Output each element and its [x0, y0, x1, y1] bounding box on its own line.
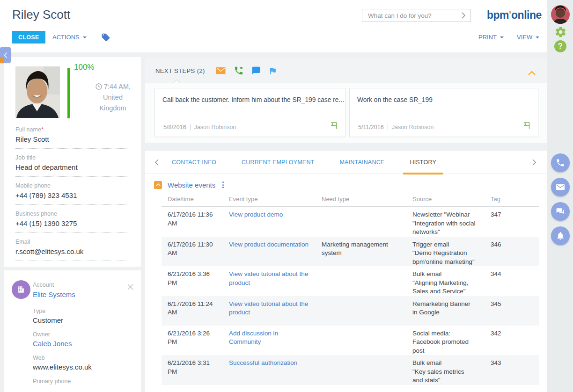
cell-event-type-link[interactable]: Successful authorization [229, 359, 322, 385]
cell-tag: 342 [491, 329, 539, 356]
tab[interactable]: MAINTAINANCE [333, 151, 391, 174]
website-events-table: Date/time Event type Need type Source Ta… [162, 196, 539, 385]
table-row[interactable]: 6/21/2016 3:26 PM Add discussion in Comm… [162, 326, 539, 356]
field-value[interactable]: Head of department [15, 163, 129, 177]
field-label: Owner [33, 331, 92, 338]
field-label: Web [33, 355, 92, 361]
column-header[interactable]: Event type [229, 196, 322, 203]
table-row[interactable]: 6/17/2016 11:24 AM View video tutorial a… [162, 296, 539, 326]
cell-datetime: 6/21/2016 3:31 PM [162, 359, 229, 385]
print-button[interactable]: PRINT [478, 31, 504, 44]
tag-icon[interactable] [101, 33, 110, 44]
chevron-down-icon [536, 36, 539, 38]
collapse-next-steps-icon[interactable] [528, 69, 536, 77]
next-steps-title: NEXT STEPS (2) [155, 67, 205, 74]
field-value[interactable]: Customer [33, 316, 92, 325]
tab[interactable]: CURRENT EMPLOYMENT [235, 151, 321, 174]
account-field: Owner Caleb Jones [33, 331, 92, 348]
field-value[interactable]: r.scott@elitesys.co.uk [15, 247, 129, 261]
account-field: Web www.elitesys.co.uk [33, 355, 92, 371]
settings-gear-icon[interactable] [554, 26, 567, 38]
cell-event-type-link[interactable]: Add discussion in Community [229, 329, 322, 356]
field-value[interactable]: Riley Scott [15, 135, 129, 149]
field-value[interactable]: +44 (789) 323 4531 [15, 191, 129, 205]
column-header[interactable]: Source [412, 196, 491, 203]
account-fields: Type Customer Owner Caleb Jones Web www.… [33, 308, 92, 392]
field-value[interactable]: Caleb Jones [33, 340, 92, 348]
email-panel-icon[interactable] [551, 178, 570, 196]
website-events-title[interactable]: Website events [168, 181, 215, 189]
tabs-scroll-right-icon[interactable] [532, 159, 536, 166]
chevron-down-icon [83, 36, 87, 38]
next-step-card[interactable]: Work on the case SR_199 5/11/2016 Jason … [349, 88, 538, 137]
website-events-menu-icon[interactable] [222, 181, 224, 188]
cell-event-type-link[interactable]: View product demo [229, 211, 322, 237]
chevron-down-icon [500, 36, 504, 38]
table-row[interactable]: 6/21/2016 3:31 PM Successful authorizati… [162, 355, 539, 385]
table-row[interactable]: 6/17/2016 11:36 AM View product demo New… [162, 207, 539, 237]
add-task-flag-icon[interactable] [268, 66, 277, 75]
next-steps-header: NEXT STEPS (2) [145, 58, 547, 83]
actions-button[interactable]: ACTIONS [52, 31, 87, 44]
collapse-website-events-icon[interactable] [154, 181, 162, 189]
tabs-scroll-left-icon[interactable] [154, 159, 159, 166]
add-chat-icon[interactable] [251, 66, 261, 75]
cell-event-type-link[interactable]: View video tutorial about the product [229, 270, 322, 296]
field-label: Job title [15, 154, 36, 161]
tab[interactable]: CONTACT INFO [165, 151, 223, 174]
table-body: 6/17/2016 11:36 AM View product demo New… [162, 207, 539, 385]
required-mark: * [41, 126, 44, 133]
field-value[interactable] [33, 386, 92, 392]
column-header[interactable]: Need type [322, 196, 412, 203]
cell-need-type [322, 270, 412, 296]
account-field: Primary phone [33, 378, 92, 392]
next-step-owner: Jason Robinson [392, 124, 434, 131]
page-title: Riley Scott [12, 7, 70, 22]
search-go-icon[interactable] [456, 12, 470, 19]
contact-profile-card: 100% 7:44 AM, United Kingdom Full name* … [4, 57, 141, 267]
contact-field: Mobile phone* +44 (789) 323 4531 [15, 182, 129, 205]
cell-event-type-link[interactable]: View video tutorial about the product [229, 300, 322, 326]
column-header[interactable]: Tag [491, 196, 539, 203]
cell-tag: 346 [491, 240, 539, 267]
view-button[interactable]: VIEW [517, 31, 539, 44]
cell-tag: 347 [491, 211, 539, 237]
cell-tag: 345 [491, 300, 539, 326]
table-row[interactable]: 6/21/2016 3:36 PM View video tutorial ab… [162, 266, 539, 296]
account-name-link[interactable]: Elite Systems [33, 290, 75, 298]
contact-field: Job title* Head of department [15, 154, 129, 177]
add-email-icon[interactable] [215, 66, 226, 75]
search-placeholder: What can I do for you? [362, 12, 456, 19]
close-button[interactable]: CLOSE [12, 31, 45, 44]
table-row[interactable]: 6/17/2016 11:30 AM View product document… [162, 237, 539, 267]
next-step-card[interactable]: Call back the customer. Inform him about… [154, 88, 345, 137]
phone-panel-icon[interactable] [551, 153, 570, 172]
user-avatar[interactable] [551, 5, 570, 24]
contact-field: Email* r.scott@elitesys.co.uk [15, 239, 129, 261]
cell-source: Trigger email "Demo Registration bpm'onl… [412, 240, 491, 267]
notifications-panel-icon[interactable] [551, 226, 570, 245]
cell-event-type-link[interactable]: View product documentation [229, 240, 322, 267]
flag-icon[interactable] [330, 122, 338, 131]
cell-tag: 343 [491, 359, 539, 385]
tab[interactable]: HISTORY [403, 151, 443, 174]
command-line-search[interactable]: What can I do for you? [362, 9, 471, 22]
right-rail: ? [547, 0, 573, 392]
cell-source: Bulk email "Aligning Marketing, Sales an… [412, 270, 491, 296]
close-icon[interactable] [127, 283, 133, 292]
help-icon[interactable]: ? [554, 40, 566, 52]
field-label: Business phone [15, 211, 57, 217]
add-call-icon[interactable] [234, 65, 244, 76]
flag-icon[interactable] [522, 122, 531, 131]
orange-accent [0, 57, 4, 63]
bpmonline-logo: bpm'online [487, 9, 542, 22]
field-value[interactable]: www.elitesys.co.uk [33, 363, 92, 371]
field-value[interactable]: +44 (15) 1390 3275 [15, 219, 129, 233]
column-header[interactable]: Date/time [162, 196, 229, 203]
cell-need-type: Marketing management system [322, 240, 412, 267]
cell-datetime: 6/17/2016 11:30 AM [162, 240, 229, 267]
contact-photo[interactable] [15, 66, 60, 118]
profile-completeness-value: 100% [74, 63, 94, 72]
next-step-date: 5/8/2016 [163, 124, 186, 131]
chat-panel-icon[interactable] [551, 202, 570, 221]
